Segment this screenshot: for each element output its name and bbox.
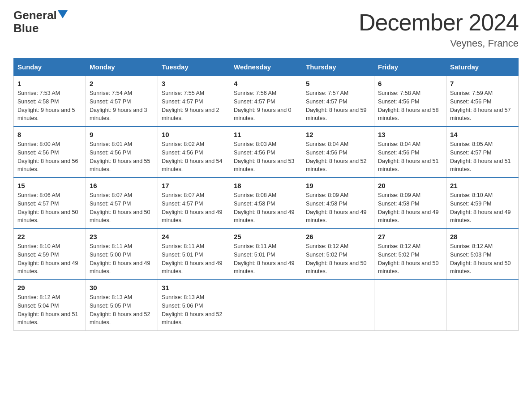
day-info: Sunrise: 8:12 AM Sunset: 5:04 PM Dayligh… [17, 293, 82, 327]
day-number: 15 [17, 182, 82, 189]
logo: General Blue [13, 9, 68, 34]
day-number: 20 [378, 182, 442, 189]
calendar-cell [230, 280, 302, 331]
day-info: Sunrise: 8:01 AM Sunset: 4:56 PM Dayligh… [90, 140, 154, 174]
calendar-cell: 12 Sunrise: 8:04 AM Sunset: 4:56 PM Dayl… [302, 127, 374, 178]
day-number: 10 [162, 131, 226, 138]
day-number: 29 [17, 284, 82, 291]
day-info: Sunrise: 8:13 AM Sunset: 5:05 PM Dayligh… [90, 293, 154, 327]
calendar-cell: 27 Sunrise: 8:12 AM Sunset: 5:02 PM Dayl… [374, 229, 446, 280]
day-number: 1 [17, 80, 82, 87]
day-info: Sunrise: 8:00 AM Sunset: 4:56 PM Dayligh… [17, 140, 82, 174]
day-info: Sunrise: 7:58 AM Sunset: 4:56 PM Dayligh… [378, 89, 442, 123]
day-info: Sunrise: 8:06 AM Sunset: 4:57 PM Dayligh… [17, 191, 82, 225]
calendar-cell: 30 Sunrise: 8:13 AM Sunset: 5:05 PM Dayl… [86, 280, 158, 331]
calendar-cell: 18 Sunrise: 8:08 AM Sunset: 4:58 PM Dayl… [230, 178, 302, 229]
day-number: 28 [450, 233, 515, 240]
day-number: 18 [234, 182, 298, 189]
day-number: 14 [450, 131, 515, 138]
calendar-week-1: 1 Sunrise: 7:53 AM Sunset: 4:58 PM Dayli… [14, 76, 519, 127]
calendar-week-3: 15 Sunrise: 8:06 AM Sunset: 4:57 PM Dayl… [14, 178, 519, 229]
calendar-table: Sunday Monday Tuesday Wednesday Thursday… [13, 58, 519, 331]
day-number: 17 [162, 182, 226, 189]
day-info: Sunrise: 8:12 AM Sunset: 5:02 PM Dayligh… [378, 242, 442, 276]
day-info: Sunrise: 8:04 AM Sunset: 4:56 PM Dayligh… [306, 140, 370, 174]
day-info: Sunrise: 8:08 AM Sunset: 4:58 PM Dayligh… [234, 191, 298, 225]
calendar-cell: 28 Sunrise: 8:12 AM Sunset: 5:03 PM Dayl… [446, 229, 519, 280]
logo-general-text: General [13, 9, 57, 22]
calendar-cell: 1 Sunrise: 7:53 AM Sunset: 4:58 PM Dayli… [14, 76, 86, 127]
day-number: 8 [17, 131, 82, 138]
day-info: Sunrise: 7:56 AM Sunset: 4:57 PM Dayligh… [234, 89, 298, 123]
calendar-cell: 3 Sunrise: 7:55 AM Sunset: 4:57 PM Dayli… [158, 76, 230, 127]
day-info: Sunrise: 8:09 AM Sunset: 4:58 PM Dayligh… [378, 191, 442, 225]
page-header: General Blue December 2024 Veynes, Franc… [13, 9, 519, 49]
calendar-cell: 11 Sunrise: 8:03 AM Sunset: 4:56 PM Dayl… [230, 127, 302, 178]
calendar-body: 1 Sunrise: 7:53 AM Sunset: 4:58 PM Dayli… [14, 76, 519, 331]
svg-marker-0 [58, 10, 68, 18]
calendar-cell: 5 Sunrise: 7:57 AM Sunset: 4:57 PM Dayli… [302, 76, 374, 127]
calendar-header: Sunday Monday Tuesday Wednesday Thursday… [14, 59, 519, 76]
day-number: 16 [90, 182, 154, 189]
calendar-cell: 10 Sunrise: 8:02 AM Sunset: 4:56 PM Dayl… [158, 127, 230, 178]
day-number: 31 [162, 284, 226, 291]
day-info: Sunrise: 7:53 AM Sunset: 4:58 PM Dayligh… [17, 89, 82, 123]
logo-blue-text: Blue [13, 21, 39, 35]
day-number: 11 [234, 131, 298, 138]
day-info: Sunrise: 8:07 AM Sunset: 4:57 PM Dayligh… [90, 191, 154, 225]
day-info: Sunrise: 8:10 AM Sunset: 4:59 PM Dayligh… [17, 242, 82, 276]
calendar-cell [374, 280, 446, 331]
logo-arrow-icon [58, 10, 68, 18]
calendar-cell: 31 Sunrise: 8:13 AM Sunset: 5:06 PM Dayl… [158, 280, 230, 331]
day-number: 9 [90, 131, 154, 138]
day-number: 5 [306, 80, 370, 87]
calendar-cell: 21 Sunrise: 8:10 AM Sunset: 4:59 PM Dayl… [446, 178, 519, 229]
day-info: Sunrise: 8:10 AM Sunset: 4:59 PM Dayligh… [450, 191, 515, 225]
day-number: 22 [17, 233, 82, 240]
day-number: 27 [378, 233, 442, 240]
col-friday: Friday [374, 59, 446, 76]
calendar-cell: 2 Sunrise: 7:54 AM Sunset: 4:57 PM Dayli… [86, 76, 158, 127]
calendar-cell: 14 Sunrise: 8:05 AM Sunset: 4:57 PM Dayl… [446, 127, 519, 178]
col-sunday: Sunday [14, 59, 86, 76]
calendar-cell [302, 280, 374, 331]
day-number: 4 [234, 80, 298, 87]
calendar-cell [446, 280, 519, 331]
calendar-cell: 22 Sunrise: 8:10 AM Sunset: 4:59 PM Dayl… [14, 229, 86, 280]
calendar-cell: 23 Sunrise: 8:11 AM Sunset: 5:00 PM Dayl… [86, 229, 158, 280]
day-info: Sunrise: 7:59 AM Sunset: 4:56 PM Dayligh… [450, 89, 515, 123]
day-info: Sunrise: 8:04 AM Sunset: 4:56 PM Dayligh… [378, 140, 442, 174]
day-info: Sunrise: 8:05 AM Sunset: 4:57 PM Dayligh… [450, 140, 515, 174]
calendar-cell: 29 Sunrise: 8:12 AM Sunset: 5:04 PM Dayl… [14, 280, 86, 331]
day-info: Sunrise: 8:12 AM Sunset: 5:03 PM Dayligh… [450, 242, 515, 276]
day-number: 24 [162, 233, 226, 240]
calendar-cell: 20 Sunrise: 8:09 AM Sunset: 4:58 PM Dayl… [374, 178, 446, 229]
day-number: 12 [306, 131, 370, 138]
col-thursday: Thursday [302, 59, 374, 76]
calendar-cell: 15 Sunrise: 8:06 AM Sunset: 4:57 PM Dayl… [14, 178, 86, 229]
day-info: Sunrise: 8:11 AM Sunset: 5:00 PM Dayligh… [90, 242, 154, 276]
calendar-cell: 13 Sunrise: 8:04 AM Sunset: 4:56 PM Dayl… [374, 127, 446, 178]
day-info: Sunrise: 7:57 AM Sunset: 4:57 PM Dayligh… [306, 89, 370, 123]
day-number: 30 [90, 284, 154, 291]
day-number: 7 [450, 80, 515, 87]
calendar-cell: 6 Sunrise: 7:58 AM Sunset: 4:56 PM Dayli… [374, 76, 446, 127]
day-info: Sunrise: 8:02 AM Sunset: 4:56 PM Dayligh… [162, 140, 226, 174]
calendar-cell: 25 Sunrise: 8:11 AM Sunset: 5:01 PM Dayl… [230, 229, 302, 280]
month-title: December 2024 [359, 9, 519, 36]
calendar-cell: 24 Sunrise: 8:11 AM Sunset: 5:01 PM Dayl… [158, 229, 230, 280]
day-info: Sunrise: 8:11 AM Sunset: 5:01 PM Dayligh… [234, 242, 298, 276]
col-saturday: Saturday [446, 59, 519, 76]
day-number: 2 [90, 80, 154, 87]
calendar-cell: 17 Sunrise: 8:07 AM Sunset: 4:57 PM Dayl… [158, 178, 230, 229]
calendar-cell: 7 Sunrise: 7:59 AM Sunset: 4:56 PM Dayli… [446, 76, 519, 127]
col-wednesday: Wednesday [230, 59, 302, 76]
day-number: 3 [162, 80, 226, 87]
day-number: 25 [234, 233, 298, 240]
calendar-cell: 8 Sunrise: 8:00 AM Sunset: 4:56 PM Dayli… [14, 127, 86, 178]
day-info: Sunrise: 8:03 AM Sunset: 4:56 PM Dayligh… [234, 140, 298, 174]
calendar-cell: 19 Sunrise: 8:09 AM Sunset: 4:58 PM Dayl… [302, 178, 374, 229]
calendar-week-4: 22 Sunrise: 8:10 AM Sunset: 4:59 PM Dayl… [14, 229, 519, 280]
day-number: 13 [378, 131, 442, 138]
day-number: 26 [306, 233, 370, 240]
